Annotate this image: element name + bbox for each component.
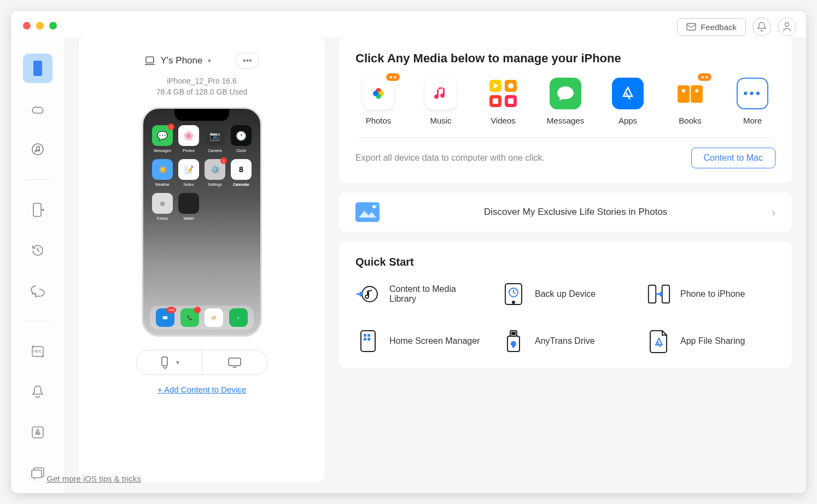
sidebar: HEIC: [11, 37, 65, 493]
feedback-label: Feedback: [701, 22, 737, 32]
music-note-icon: [31, 143, 44, 156]
dots-icon: •••: [243, 56, 252, 66]
svg-point-27: [695, 89, 698, 92]
media-books[interactable]: ●● Books: [667, 78, 713, 125]
app-camera: 📷Camera: [205, 125, 225, 146]
export-description: Export all device data to computer with …: [355, 153, 545, 163]
export-row: Export all device data to computer with …: [355, 148, 775, 168]
quickstart-title: Quick Start: [355, 256, 775, 268]
device-model-label: iPhone_12_Pro 16.6: [167, 77, 237, 85]
svg-rect-2: [33, 61, 42, 76]
media-music[interactable]: Music: [418, 78, 464, 125]
fullscreen-window-icon[interactable]: [49, 22, 57, 30]
sidebar-music[interactable]: [23, 134, 52, 164]
sidebar-transfer[interactable]: [23, 195, 52, 225]
device-selector[interactable]: Y's Phone ▾: [144, 55, 212, 66]
chevron-right-icon: ›: [772, 206, 775, 219]
appstore-icon: [31, 426, 44, 439]
close-window-icon[interactable]: [23, 22, 31, 30]
footer: › Get more iOS tips & tricks: [33, 473, 141, 483]
svg-rect-0: [687, 24, 696, 30]
device-more-button[interactable]: •••: [235, 52, 259, 69]
music-icon: [425, 78, 457, 109]
messages-icon: [550, 78, 581, 109]
media-more[interactable]: ••• More: [730, 78, 775, 125]
media-messages[interactable]: Messages: [542, 78, 588, 125]
svg-rect-37: [364, 334, 366, 337]
app-calendar: 8Calendar: [231, 159, 252, 180]
screenshot-button[interactable]: ▾: [137, 350, 202, 374]
badge-icon: 1: [220, 157, 227, 164]
right-panel: Click Any Media below to manage your iPh…: [339, 37, 792, 482]
quick-content-media[interactable]: Content to Media Library: [355, 282, 485, 307]
svg-rect-36: [361, 331, 375, 351]
sidebar-appstore[interactable]: [23, 418, 52, 447]
phone-export-icon: [31, 202, 44, 218]
notifications-button[interactable]: [752, 17, 771, 36]
quick-homescreen[interactable]: Home Screen Manager: [355, 329, 485, 354]
media-videos[interactable]: Videos: [480, 78, 526, 125]
phone-app-grid: 1💬Messages 🌸Photos 📷Camera 🕐Clock ☀️Weat…: [152, 125, 252, 214]
quickstart-grid: Content to Media Library Back up Device …: [355, 282, 775, 354]
app-messages: 1💬Messages: [152, 125, 173, 146]
tips-link[interactable]: Get more iOS tips & tricks: [46, 474, 141, 483]
svg-rect-39: [364, 338, 366, 341]
feedback-button[interactable]: Feedback: [677, 18, 746, 36]
sidebar-cloud[interactable]: [23, 94, 52, 124]
file-sharing-icon: [646, 329, 672, 354]
media-row: ●● Photos Music: [355, 78, 775, 138]
account-button[interactable]: [778, 17, 796, 36]
sidebar-social[interactable]: [23, 276, 52, 306]
quick-app-file-sharing[interactable]: App File Sharing: [646, 329, 775, 354]
apps-icon: [612, 78, 644, 109]
dock-mail: 338✉️: [156, 308, 174, 327]
svg-text:HEIC: HEIC: [33, 349, 42, 353]
app-wallet: Wallet: [178, 193, 199, 214]
quick-backup[interactable]: Back up Device: [501, 282, 630, 307]
badge-icon: ●●: [386, 73, 400, 81]
quick-phone-to-iphone[interactable]: Phone to iPhone: [646, 282, 775, 307]
phone-icon: [32, 60, 43, 77]
sidebar-ringtone[interactable]: [23, 377, 52, 407]
content-to-mac-button[interactable]: Content to Mac: [691, 148, 776, 168]
app-settings: 1⚙️Settings: [205, 159, 225, 180]
svg-rect-12: [162, 357, 167, 366]
chevron-right-icon[interactable]: ›: [33, 473, 36, 483]
add-content-link[interactable]: + Add Content to Device: [157, 385, 246, 394]
books-icon: ●●: [674, 78, 706, 109]
sidebar-backup[interactable]: [23, 236, 52, 265]
bell-icon: [757, 22, 766, 32]
app-notes: 📝Notes: [178, 159, 199, 180]
sidebar-device[interactable]: [23, 54, 52, 83]
bell-icon: [32, 385, 44, 399]
homescreen-icon: [355, 329, 381, 354]
photo-sparkle-icon: [355, 202, 380, 222]
user-icon: [783, 22, 791, 32]
media-photos[interactable]: ●● Photos: [355, 78, 401, 125]
chat-icon: [31, 284, 45, 297]
media-apps[interactable]: Apps: [605, 78, 651, 125]
sidebar-divider: [25, 179, 50, 180]
app-window: Feedback: [11, 11, 806, 493]
device-outline-icon: [144, 56, 155, 66]
device-storage-label: 78.4 GB of 128.0 GB Used: [156, 87, 248, 96]
media-section-title: Click Any Media below to manage your iPh…: [355, 51, 775, 66]
window-controls: [23, 22, 57, 30]
quickstart-card: Quick Start Content to Media Library Bac…: [339, 242, 792, 368]
discover-card[interactable]: Discover My Exclusive Life Stories in Ph…: [339, 192, 792, 232]
app-extras: ⊞Extras: [152, 193, 173, 214]
badge-icon: ●●: [698, 73, 711, 81]
svg-point-3: [32, 144, 43, 155]
badge-icon: 1: [168, 124, 174, 130]
svg-rect-11: [146, 57, 154, 63]
media-card: Click Any Media below to manage your iPh…: [339, 37, 792, 183]
minimize-window-icon[interactable]: [36, 22, 44, 30]
dock-phone: 📞: [180, 308, 199, 327]
top-right-controls: Feedback: [677, 17, 796, 36]
sidebar-heic[interactable]: HEIC: [23, 337, 52, 366]
svg-rect-25: [691, 85, 703, 103]
dock-safari: 🧭: [205, 308, 223, 327]
quick-anytrans-drive[interactable]: AnyTrans Drive: [501, 329, 630, 354]
mirror-button[interactable]: [202, 350, 267, 374]
display-icon: [227, 357, 242, 368]
